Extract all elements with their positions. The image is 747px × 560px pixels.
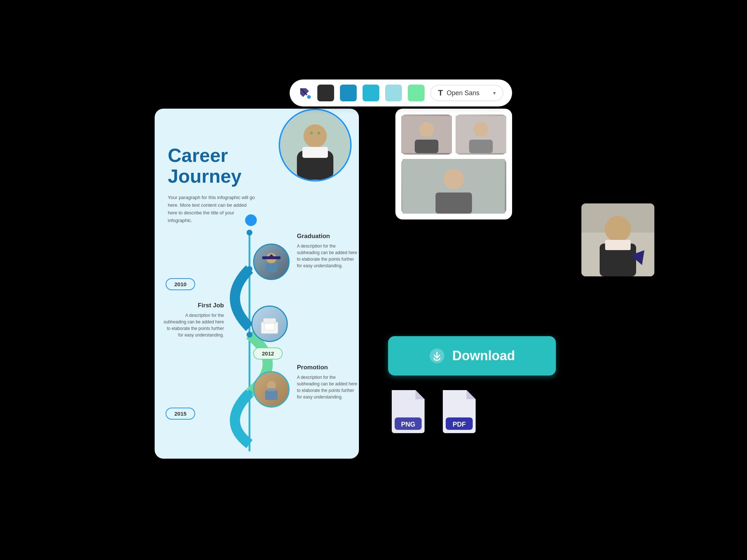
color-swatch-blue[interactable] <box>340 85 357 101</box>
color-swatch-green[interactable] <box>408 85 425 101</box>
svg-point-20 <box>310 132 313 135</box>
svg-rect-19 <box>302 147 328 158</box>
floating-person-svg <box>581 203 654 276</box>
pdf-format[interactable]: PDF <box>439 386 479 434</box>
svg-rect-11 <box>263 318 276 323</box>
year-2010-badge: 2010 <box>166 278 195 294</box>
svg-point-17 <box>303 124 327 148</box>
promotion-title: Promotion <box>297 364 359 371</box>
svg-point-33 <box>605 216 631 242</box>
year-2015-label: 2015 <box>166 408 195 420</box>
png-file-shape: PNG <box>388 386 428 434</box>
first-job-image <box>251 306 288 342</box>
year-2012-badge: 2012 <box>253 347 283 363</box>
year-2015-badge: 2015 <box>166 408 195 423</box>
pdf-file-shape: PDF <box>439 386 479 434</box>
svg-point-3 <box>247 266 252 272</box>
svg-point-5 <box>247 390 252 396</box>
svg-rect-35 <box>605 240 631 250</box>
infographic-paragraph: Your paragraph for this infographic will… <box>168 194 255 224</box>
svg-text:PNG: PNG <box>401 421 415 428</box>
first-job-desc: A description for the subheading can be … <box>162 312 224 338</box>
svg-point-26 <box>473 122 488 137</box>
font-name-label: Open Sans <box>446 89 489 97</box>
year-2010-label: 2010 <box>166 278 195 290</box>
gallery-top-row <box>401 114 506 155</box>
graduation-title-area: Graduation A description for the subhead… <box>257 233 359 269</box>
graduation-title: Graduation <box>297 233 359 240</box>
svg-rect-30 <box>436 192 472 214</box>
color-swatch-light-blue[interactable] <box>363 85 379 101</box>
gallery-image-3 <box>401 159 506 214</box>
png-format[interactable]: PNG <box>388 386 428 434</box>
font-selector[interactable]: T Open Sans ▾ <box>430 85 503 101</box>
color-swatch-pale-blue[interactable] <box>385 85 402 101</box>
floating-image <box>581 203 654 276</box>
svg-rect-14 <box>265 390 278 400</box>
right-panel: Download PNG <box>388 109 585 434</box>
download-icon <box>429 348 445 364</box>
svg-rect-12 <box>265 323 274 330</box>
download-label: Download <box>452 348 515 363</box>
paint-bucket-icon[interactable] <box>298 86 311 100</box>
timeline-top-dot <box>245 214 257 226</box>
chevron-down-icon: ▾ <box>493 90 496 96</box>
svg-rect-27 <box>469 140 493 153</box>
portrait-svg <box>280 110 350 180</box>
color-swatch-black[interactable] <box>317 85 334 101</box>
year-2012-label: 2012 <box>253 347 283 359</box>
svg-point-2 <box>247 230 252 236</box>
format-icons: PNG PDF <box>388 386 585 434</box>
svg-point-23 <box>419 122 434 137</box>
promotion-desc: A description for the subheading can be … <box>297 374 359 400</box>
svg-point-29 <box>444 169 464 189</box>
first-job-title: First Job <box>162 302 224 309</box>
gallery-card <box>395 109 512 219</box>
svg-text:PDF: PDF <box>453 421 466 428</box>
svg-point-21 <box>317 132 320 135</box>
pdf-file-svg: PDF <box>439 386 479 434</box>
first-job-event: First Job A description for the subheadi… <box>162 302 224 338</box>
svg-rect-24 <box>415 140 438 153</box>
download-button[interactable]: Download <box>388 336 556 376</box>
png-file-svg: PNG <box>388 386 428 434</box>
gallery-image-2 <box>456 114 506 155</box>
svg-rect-15 <box>268 388 275 391</box>
promotion-image <box>253 371 290 408</box>
portrait-circle <box>279 109 352 182</box>
gallery-image-1 <box>401 114 452 155</box>
font-t-icon: T <box>438 88 443 98</box>
toolbar: T Open Sans ▾ <box>290 79 512 106</box>
graduation-desc: A description for the subheading can be … <box>297 243 359 269</box>
